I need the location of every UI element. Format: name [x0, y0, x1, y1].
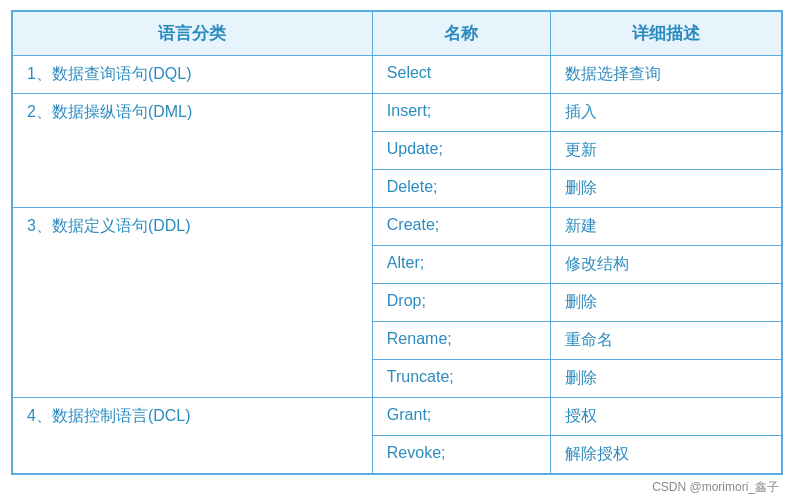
table-row: 2、数据操纵语句(DML)Insert;插入 [13, 94, 782, 132]
desc-cell: 修改结构 [550, 246, 781, 284]
desc-cell: 数据选择查询 [550, 56, 781, 94]
desc-cell: 删除 [550, 284, 781, 322]
header-description: 详细描述 [550, 12, 781, 56]
category-cell-1: 2、数据操纵语句(DML) [13, 94, 373, 208]
name-cell: Create; [372, 208, 550, 246]
main-table-wrapper: 语言分类 名称 详细描述 1、数据查询语句(DQL)Select数据选择查询2、… [11, 10, 783, 475]
desc-cell: 删除 [550, 360, 781, 398]
sql-classification-table: 语言分类 名称 详细描述 1、数据查询语句(DQL)Select数据选择查询2、… [12, 11, 782, 474]
name-cell: Truncate; [372, 360, 550, 398]
name-cell: Update; [372, 132, 550, 170]
name-cell: Revoke; [372, 436, 550, 474]
table-row: 1、数据查询语句(DQL)Select数据选择查询 [13, 56, 782, 94]
table-header-row: 语言分类 名称 详细描述 [13, 12, 782, 56]
desc-cell: 删除 [550, 170, 781, 208]
desc-cell: 更新 [550, 132, 781, 170]
category-cell-3: 4、数据控制语言(DCL) [13, 398, 373, 474]
desc-cell: 新建 [550, 208, 781, 246]
table-row: 3、数据定义语句(DDL)Create;新建 [13, 208, 782, 246]
footer-credit: CSDN @morimori_鑫子 [11, 479, 783, 496]
name-cell: Grant; [372, 398, 550, 436]
desc-cell: 重命名 [550, 322, 781, 360]
name-cell: Select [372, 56, 550, 94]
table-row: 4、数据控制语言(DCL)Grant;授权 [13, 398, 782, 436]
desc-cell: 授权 [550, 398, 781, 436]
header-category: 语言分类 [13, 12, 373, 56]
name-cell: Delete; [372, 170, 550, 208]
desc-cell: 解除授权 [550, 436, 781, 474]
desc-cell: 插入 [550, 94, 781, 132]
name-cell: Drop; [372, 284, 550, 322]
header-name: 名称 [372, 12, 550, 56]
category-cell-2: 3、数据定义语句(DDL) [13, 208, 373, 398]
name-cell: Insert; [372, 94, 550, 132]
category-cell-0: 1、数据查询语句(DQL) [13, 56, 373, 94]
name-cell: Rename; [372, 322, 550, 360]
name-cell: Alter; [372, 246, 550, 284]
